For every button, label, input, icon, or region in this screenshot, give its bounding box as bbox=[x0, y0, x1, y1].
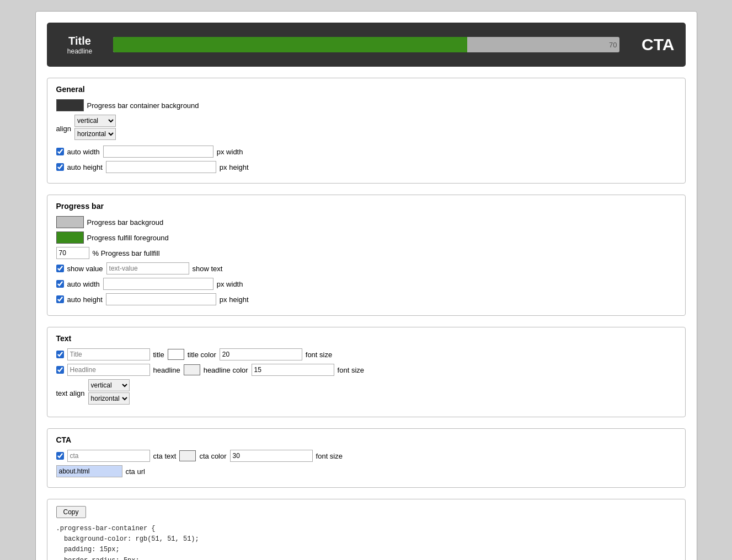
text-align-vertical-select[interactable]: vertical bbox=[88, 379, 130, 391]
pb-px-height-label: px height bbox=[220, 295, 249, 304]
pb-fg-row: Progress fulfill foreground bbox=[56, 231, 676, 244]
text-value-input[interactable] bbox=[106, 262, 189, 274]
cta-color-label: cta color bbox=[199, 452, 226, 460]
width-input[interactable] bbox=[103, 146, 213, 158]
title-checkbox[interactable] bbox=[56, 351, 64, 358]
headline-label: headline bbox=[153, 366, 180, 374]
pb-fg-swatch[interactable] bbox=[56, 231, 84, 244]
auto-width-checkbox[interactable] bbox=[56, 148, 64, 155]
text-section-title: Text bbox=[56, 334, 676, 343]
title-color-label: title color bbox=[188, 351, 216, 359]
cta-font-size-input[interactable] bbox=[230, 450, 313, 462]
code-section: Copy .progress-bar-container { backgroun… bbox=[47, 499, 686, 560]
show-value-label: show value bbox=[67, 265, 103, 273]
text-align-label: text align bbox=[56, 389, 85, 397]
pb-auto-height-checkbox[interactable] bbox=[56, 295, 64, 303]
preview-title-area: Title headline bbox=[58, 35, 102, 55]
text-headline-row: headline headline color font size bbox=[56, 364, 676, 376]
align-label: align bbox=[56, 125, 71, 133]
main-wrapper: Title headline 70 CTA General Progress b… bbox=[35, 11, 697, 560]
cta-checkbox[interactable] bbox=[56, 452, 64, 460]
cta-main-row: cta text cta color font size bbox=[56, 450, 676, 462]
text-align-horizontal-select[interactable]: horizontal bbox=[88, 392, 130, 405]
progress-bar-section: Progress bar Progress bar backgroud Prog… bbox=[47, 195, 686, 316]
progress-bar-section-title: Progress bar bbox=[56, 202, 676, 211]
preview-bar-wrapper: 70 bbox=[113, 37, 619, 52]
pb-height-row: auto height px height bbox=[56, 293, 676, 305]
headline-color-swatch[interactable] bbox=[184, 364, 200, 375]
cta-url-row: cta url bbox=[56, 465, 676, 477]
preview-cta: CTA bbox=[631, 35, 675, 54]
pb-fg-label: Progress fulfill foreground bbox=[87, 234, 169, 242]
copy-button[interactable]: Copy bbox=[56, 506, 86, 518]
text-align-selects: vertical horizontal bbox=[88, 379, 130, 405]
pb-bg-row: Progress bar backgroud bbox=[56, 216, 676, 228]
pb-auto-width-label: auto width bbox=[67, 280, 100, 288]
cta-url-input[interactable] bbox=[56, 465, 122, 477]
auto-width-label: auto width bbox=[67, 148, 100, 156]
text-title-row: title title color font size bbox=[56, 348, 676, 360]
progress-bar-fill bbox=[113, 37, 468, 52]
general-section-title: General bbox=[56, 85, 676, 94]
text-align-row: text align vertical horizontal bbox=[56, 379, 676, 407]
general-align-row: align vertical horizontal bbox=[56, 115, 676, 142]
cta-text-label: cta text bbox=[153, 452, 177, 460]
title-font-size-label: font size bbox=[306, 351, 332, 359]
general-section: General Progress bar container backgroun… bbox=[47, 78, 686, 184]
px-width-label: px width bbox=[217, 148, 243, 156]
bg-color-swatch[interactable] bbox=[56, 99, 84, 111]
pb-width-input[interactable] bbox=[103, 278, 213, 290]
headline-checkbox[interactable] bbox=[56, 366, 64, 374]
code-display: .progress-bar-container { background-col… bbox=[56, 524, 676, 560]
cta-section-title: CTA bbox=[56, 435, 676, 444]
fill-value-input[interactable] bbox=[56, 247, 89, 259]
headline-text-input[interactable] bbox=[67, 364, 150, 376]
progress-bar-value: 70 bbox=[609, 41, 617, 49]
preview-headline: headline bbox=[67, 47, 92, 55]
general-height-row: auto height px height bbox=[56, 161, 676, 173]
preview-section: Title headline 70 CTA bbox=[47, 23, 686, 67]
cta-url-label: cta url bbox=[126, 467, 145, 476]
pb-show-row: show value show text bbox=[56, 262, 676, 274]
cta-section: CTA cta text cta color font size cta url bbox=[47, 428, 686, 488]
pb-px-width-label: px width bbox=[217, 280, 243, 288]
px-height-label: px height bbox=[220, 163, 249, 171]
align-horizontal-select[interactable]: horizontal bbox=[74, 128, 116, 140]
cta-text-input[interactable] bbox=[67, 450, 150, 462]
auto-height-checkbox[interactable] bbox=[56, 163, 64, 171]
align-selects-group: vertical horizontal bbox=[74, 115, 116, 140]
pb-width-row: auto width px width bbox=[56, 278, 676, 290]
title-font-size-input[interactable] bbox=[220, 348, 302, 360]
fill-label: % Progress bar fullfill bbox=[93, 249, 160, 257]
preview-title: Title bbox=[68, 35, 91, 47]
headline-color-label: headline color bbox=[204, 366, 248, 374]
general-width-row: auto width px width bbox=[56, 146, 676, 158]
auto-height-label: auto height bbox=[67, 163, 103, 171]
title-label: title bbox=[153, 351, 164, 359]
pb-fill-row: % Progress bar fullfill bbox=[56, 247, 676, 259]
general-bg-row: Progress bar container background bbox=[56, 99, 676, 111]
progress-bar-bg: 70 bbox=[113, 37, 619, 52]
headline-font-size-label: font size bbox=[338, 366, 364, 374]
title-text-input[interactable] bbox=[67, 348, 150, 360]
headline-font-size-input[interactable] bbox=[252, 364, 334, 376]
cta-color-swatch[interactable] bbox=[179, 450, 196, 461]
pb-bg-label: Progress bar backgroud bbox=[87, 218, 164, 227]
title-color-swatch[interactable] bbox=[168, 349, 184, 360]
pb-bg-swatch[interactable] bbox=[56, 216, 84, 228]
text-section: Text title title color font size headlin… bbox=[47, 327, 686, 417]
pb-auto-width-checkbox[interactable] bbox=[56, 280, 64, 288]
height-input[interactable] bbox=[106, 161, 216, 173]
align-vertical-select[interactable]: vertical bbox=[74, 115, 116, 127]
cta-font-size-label: font size bbox=[316, 452, 343, 460]
pb-height-input[interactable] bbox=[106, 293, 216, 305]
general-bg-label: Progress bar container background bbox=[87, 101, 199, 110]
show-text-label: show text bbox=[193, 265, 223, 273]
pb-auto-height-label: auto height bbox=[67, 295, 103, 304]
show-value-checkbox[interactable] bbox=[56, 265, 64, 272]
